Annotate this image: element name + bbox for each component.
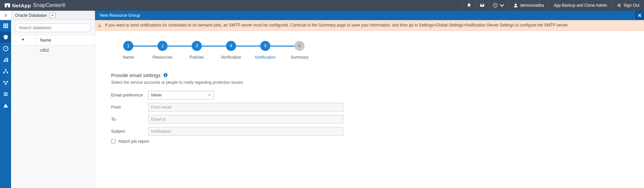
help-icon: ?	[493, 3, 498, 8]
wizard-step-verification[interactable]: 4Verification	[214, 41, 248, 60]
nav-rail	[0, 11, 11, 188]
svg-rect-11	[7, 25, 8, 26]
wizard-step-policies[interactable]: 3Policies	[180, 41, 214, 60]
svg-rect-19	[5, 69, 6, 70]
section-desc: Select the service accounts or people to…	[111, 80, 628, 85]
svg-rect-16	[4, 60, 5, 62]
svg-rect-17	[5, 59, 6, 62]
nav-settings[interactable]	[0, 88, 11, 100]
nav-resources[interactable]	[0, 32, 11, 43]
svg-rect-10	[5, 25, 6, 26]
nav-alerts[interactable]	[0, 100, 11, 111]
svg-point-25	[4, 92, 5, 93]
hosts-icon	[3, 69, 8, 74]
to-field[interactable]	[148, 115, 343, 124]
sliders-icon	[3, 91, 8, 97]
envelope-icon	[480, 3, 485, 8]
nav-expand-button[interactable]	[0, 11, 11, 20]
svg-rect-8	[7, 23, 8, 25]
role-label[interactable]: App Backup and Clone Admin	[549, 0, 612, 11]
step-number: 1	[123, 41, 133, 51]
step-number: 3	[192, 41, 202, 51]
nav-hosts[interactable]	[0, 66, 11, 77]
svg-rect-0	[5, 3, 7, 7]
svg-rect-20	[3, 72, 5, 73]
info-icon[interactable]	[163, 73, 168, 77]
flag-icon[interactable]	[21, 38, 25, 42]
email-pref-label: Email preference	[111, 93, 148, 98]
brand: NetApp SnapCenter®	[0, 2, 71, 8]
wizard-step-notification[interactable]: 5Notification	[248, 41, 282, 60]
wizard-step-summary: 6Summary	[282, 41, 317, 60]
svg-rect-1	[8, 3, 10, 7]
shield-check-icon	[3, 35, 8, 40]
svg-rect-18	[7, 58, 8, 62]
table-row[interactable]: cdb2	[11, 46, 95, 55]
wizard-step-name[interactable]: 1Name	[111, 41, 145, 60]
grid-icon	[3, 23, 8, 28]
svg-point-5	[515, 4, 517, 6]
svg-point-26	[6, 94, 7, 95]
brand-company: NetApp	[12, 3, 31, 8]
page-title: New Resource Group	[100, 13, 140, 18]
from-field[interactable]	[148, 103, 343, 112]
gauge-icon	[3, 46, 8, 51]
resource-table-header: Name	[11, 35, 95, 46]
messages-button[interactable]	[475, 0, 489, 11]
chart-icon	[3, 57, 8, 63]
step-label: Policies	[189, 55, 204, 60]
warning-text: If you want to send notifications for sc…	[105, 22, 568, 28]
nav-storage[interactable]	[0, 77, 11, 88]
svg-rect-24	[5, 83, 7, 84]
nav-reports[interactable]	[0, 54, 11, 66]
svg-rect-13	[5, 27, 6, 28]
help-button[interactable]: ?	[489, 0, 508, 11]
resource-panel: Oracle Database Name cdb2	[11, 11, 95, 188]
close-icon	[638, 13, 642, 17]
step-number: 4	[226, 41, 236, 51]
svg-text:?: ?	[495, 4, 496, 7]
close-button[interactable]	[635, 11, 644, 20]
caret-down-icon	[51, 14, 54, 17]
attach-report-label: Attach job report	[118, 139, 149, 144]
email-pref-select[interactable]: Never	[148, 91, 214, 100]
signout-button[interactable]: Sign Out	[612, 0, 644, 11]
subject-field[interactable]	[148, 127, 343, 136]
resource-context-dropdown[interactable]	[49, 13, 55, 18]
svg-rect-12	[3, 27, 5, 28]
chevron-down-icon	[500, 3, 504, 8]
nav-monitor[interactable]	[0, 43, 11, 54]
svg-rect-21	[7, 72, 8, 73]
wizard-step-resources[interactable]: 2Resources	[145, 41, 180, 60]
brand-product: SnapCenter®	[33, 2, 65, 8]
storage-icon	[3, 80, 8, 85]
chevron-right-icon	[4, 14, 7, 17]
svg-rect-28	[99, 25, 100, 26]
svg-rect-9	[3, 25, 5, 26]
sort-icon[interactable]	[15, 38, 19, 42]
resource-context-label: Oracle Database	[15, 13, 47, 18]
notifications-button[interactable]	[462, 0, 475, 11]
section-heading: Provide email settings	[111, 72, 628, 78]
svg-rect-6	[3, 23, 5, 25]
netapp-logo-icon	[5, 3, 10, 8]
resource-context: Oracle Database	[11, 11, 95, 20]
user-name: demo\oradba	[520, 3, 544, 8]
user-menu[interactable]: demo\oradba	[508, 0, 549, 11]
attach-report-checkbox[interactable]	[111, 139, 116, 143]
svg-point-27	[4, 95, 5, 96]
svg-rect-14	[7, 27, 8, 28]
email-pref-value: Never	[151, 93, 162, 98]
wizard-steps: 1Name2Resources3Policies4Verification5No…	[111, 41, 628, 60]
resource-name: cdb2	[37, 46, 95, 55]
user-icon	[513, 3, 518, 8]
nav-dashboard[interactable]	[0, 20, 11, 32]
name-column-header[interactable]: Name	[37, 35, 95, 45]
to-label: To	[111, 117, 148, 122]
page-title-bar: New Resource Group	[95, 11, 644, 20]
search-input[interactable]	[14, 23, 91, 32]
warning-banner: If you want to send notifications for sc…	[95, 20, 644, 31]
from-label: From	[111, 105, 148, 110]
step-number: 5	[260, 41, 270, 51]
alert-icon	[3, 103, 8, 108]
